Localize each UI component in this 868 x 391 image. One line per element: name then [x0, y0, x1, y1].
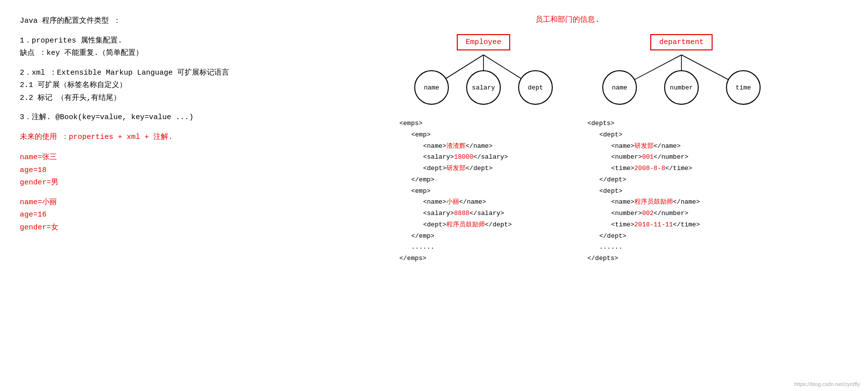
xml-line: <emps> [399, 118, 558, 130]
xml-line: <salary>18000</salary> [423, 152, 558, 163]
employee-tree: Employee name salary dept [404, 34, 563, 108]
prop-age-1: age=18 [20, 164, 307, 177]
xml-panels: <emps> <emp> <name>渣渣辉</name> <salary>18… [327, 118, 848, 264]
watermark: https://blog.csdn.net/zyrdfly [794, 381, 860, 387]
section-1-line-2: 缺点 ：key 不能重复.（简单配置） [20, 47, 307, 60]
department-node-name: name [602, 70, 637, 105]
xml-line: <name>渣渣辉</name> [423, 141, 558, 152]
xml-line: </depts> [587, 253, 775, 264]
department-tree-wrapper: department name number time [592, 34, 771, 108]
xml-line: </dept> [599, 231, 775, 242]
section-1-line-1: 1．properites 属性集配置. [20, 35, 307, 47]
department-root: department [650, 34, 713, 50]
left-panel: Java 程序的配置文件类型 ： 1．properites 属性集配置. 缺点 … [10, 10, 317, 381]
xml-line: <salary>8888</salary> [423, 208, 558, 219]
xml-line: <number>002</number> [611, 208, 775, 219]
xml-line: </emp> [411, 231, 558, 242]
left-title: Java 程序的配置文件类型 ： [20, 15, 307, 28]
xml-line: <name>程序员鼓励师</name> [611, 197, 775, 208]
xml-line: ...... [599, 242, 775, 253]
xml-line: <depts> [587, 118, 775, 130]
section-future: 未来的使用 ：properties + xml + 注解. [20, 131, 307, 144]
employee-node-dept: dept [518, 70, 553, 105]
section-1: 1．properites 属性集配置. 缺点 ：key 不能重复.（简单配置） [20, 35, 307, 60]
prop-gender-1: gender=男 [20, 176, 307, 189]
employee-tree-wrapper: Employee name salary dept [404, 34, 563, 108]
department-node-time: time [726, 70, 761, 105]
prop-name-1: name=张三 [20, 151, 307, 164]
xml-line: <dept>研发部</dept> [423, 163, 558, 174]
props-block-1: name=张三 age=18 gender=男 [20, 151, 307, 189]
page-container: Java 程序的配置文件类型 ： 1．properites 属性集配置. 缺点 … [0, 0, 868, 391]
prop-gender-2: gender=女 [20, 221, 307, 234]
properties-data: name=张三 age=18 gender=男 name=小丽 age=16 g… [20, 151, 307, 234]
xml-line: <emp> [411, 186, 558, 197]
xml-line: </emps> [399, 253, 558, 264]
xml-line: <emp> [411, 130, 558, 141]
employee-xml-panel: <emps> <emp> <name>渣渣辉</name> <salary>18… [399, 118, 558, 264]
right-panel: 员工和部门的信息. [317, 10, 858, 381]
section-2: 2．xml ：Extensible Markup Language 可扩展标记语… [20, 67, 307, 105]
xml-line: </emp> [411, 174, 558, 186]
right-title: 员工和部门的信息. [327, 15, 809, 24]
employee-root: Employee [457, 34, 510, 50]
xml-line: <time>2008-8-8</time> [611, 163, 775, 174]
xml-line: <time>2018-11-11</time> [611, 219, 775, 231]
department-tree: department name number time [592, 34, 771, 108]
xml-line: </dept> [599, 174, 775, 186]
xml-line: <number>001</number> [611, 152, 775, 163]
xml-line: <dept>程序员鼓励师</dept> [423, 219, 558, 231]
section-2-line-1: 2．xml ：Extensible Markup Language 可扩展标记语… [20, 67, 307, 80]
diagrams-row: Employee name salary dept [327, 34, 848, 108]
department-xml-panel: <depts> <dept> <name>研发部</name> <number>… [587, 118, 775, 264]
xml-line: <dept> [599, 130, 775, 141]
xml-line: <name>小丽</name> [423, 197, 558, 208]
section-3: 3．注解. @Book(key=value, key=value ...) [20, 111, 307, 124]
prop-age-2: age=16 [20, 209, 307, 221]
section-2-line-2: 2.1 可扩展（标签名称自定义） [20, 79, 307, 92]
section-2-line-3: 2.2 标记 （有开头,有结尾） [20, 92, 307, 105]
employee-node-name: name [414, 70, 449, 105]
prop-name-2: name=小丽 [20, 196, 307, 209]
department-node-number: number [664, 70, 699, 105]
employee-node-salary: salary [466, 70, 501, 105]
section-3-line-1: 3．注解. @Book(key=value, key=value ...) [20, 111, 307, 124]
xml-line: ...... [411, 242, 558, 253]
props-block-2: name=小丽 age=16 gender=女 [20, 196, 307, 234]
xml-line: <name>研发部</name> [611, 141, 775, 152]
future-text: 未来的使用 ：properties + xml + 注解. [20, 131, 307, 144]
xml-line: <dept> [599, 186, 775, 197]
